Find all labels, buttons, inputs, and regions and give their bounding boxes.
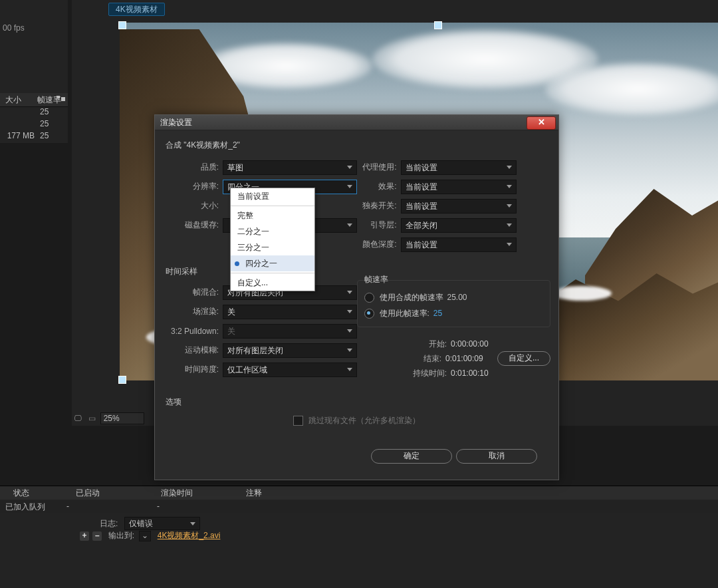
solo-select[interactable]: 当前设置 (401, 199, 517, 214)
queue-row[interactable]: 已加入队列 - - (0, 501, 718, 513)
zoom-select[interactable]: 25% (100, 412, 144, 424)
tree-icon (57, 96, 65, 102)
col-size[interactable]: 大小 (5, 94, 21, 106)
use-comp-fps-radio[interactable]: 使用合成的帧速率25.00 (364, 289, 544, 305)
span-select[interactable]: 仅工作区域 (223, 363, 357, 377)
project-columns: 大小 帧速率 (0, 93, 68, 107)
effects-label: 效果: (357, 181, 401, 192)
close-button[interactable]: ✕ (527, 116, 556, 130)
dropdown-item[interactable]: 三分之一 (231, 239, 314, 255)
dropdown-item[interactable]: 当前设置 (231, 188, 314, 204)
proxy-select[interactable]: 当前设置 (401, 160, 517, 175)
guides-select[interactable]: 全部关闭 (401, 218, 517, 233)
start-value: 0:00:00:00 (451, 339, 499, 349)
motion-select[interactable]: 对所有图层关闭 (223, 343, 357, 358)
project-row[interactable]: 25 (0, 106, 68, 118)
handle-top-mid[interactable] (434, 21, 442, 29)
options-title: 选项 (166, 396, 550, 408)
field-label: 场渲染: (163, 306, 223, 317)
col-started[interactable]: 已启动 (76, 488, 100, 499)
pulldown-select: 关 (223, 324, 357, 339)
add-output-button[interactable]: + (80, 531, 89, 541)
quality-select[interactable]: 草图 (223, 160, 357, 175)
skip-existing-checkbox[interactable]: 跳过现有文件（允许多机渲染） (163, 413, 550, 428)
render-settings-dialog: 渲染设置 ✕ 合成 "4K视频素材_2" 品质:草图 分辨率:四分之一 大小: … (154, 114, 559, 480)
monitor-icon[interactable]: 🖵 (72, 414, 84, 423)
viewer-tab[interactable]: 4K视频素材 (108, 3, 165, 16)
col-comment[interactable]: 注释 (246, 488, 262, 499)
project-row[interactable]: 177 MB25 (0, 130, 68, 142)
guides-label: 引导层: (357, 220, 401, 231)
project-row[interactable]: 25 (0, 118, 68, 130)
end-value: 0:01:00:09 (445, 354, 493, 363)
frameblend-label: 帧混合: (163, 287, 223, 298)
depth-label: 颜色深度: (357, 239, 401, 250)
proxy-label: 代理使用: (357, 162, 401, 173)
solo-label: 独奏开关: (357, 200, 401, 212)
framerate-box: 帧速率 使用合成的帧速率25.00 使用此帧速率:25 (357, 280, 551, 327)
pulldown-label: 3:2 Pulldown: (163, 327, 223, 336)
composition-name: 合成 "4K视频素材_2" (166, 140, 550, 151)
field-select[interactable]: 关 (223, 305, 357, 319)
dialog-title: 渲染设置 (160, 117, 192, 128)
handle-bottom-left[interactable] (118, 376, 126, 384)
ok-button[interactable]: 确定 (371, 449, 452, 464)
dropdown-item-selected[interactable]: 四分之一 (231, 255, 314, 271)
end-label: 结束: (423, 353, 441, 365)
span-label: 时间跨度: (163, 364, 223, 375)
resolution-dropdown: 当前设置 完整 二分之一 三分之一 四分之一 自定义... (230, 188, 315, 291)
size-label: 大小: (163, 200, 223, 212)
fps-value-input[interactable]: 25 (433, 309, 442, 318)
start-label: 开始: (429, 339, 447, 350)
dialog-titlebar[interactable]: 渲染设置 ✕ (155, 115, 558, 130)
cache-label: 磁盘缓存: (163, 220, 223, 231)
fps-readout: 00 fps (3, 23, 25, 33)
cancel-button[interactable]: 取消 (456, 449, 537, 464)
dropdown-item[interactable]: 自定义... (231, 275, 314, 291)
output-chevron-icon[interactable]: ⌄ (139, 531, 151, 541)
duration-value: 0:01:00:10 (451, 368, 499, 378)
remove-output-button[interactable]: – (92, 531, 102, 541)
log-select[interactable]: 仅错误 (124, 517, 200, 530)
motion-label: 运动模糊: (163, 345, 223, 356)
resolution-label: 分辨率: (163, 181, 223, 192)
handle-top-left[interactable] (118, 21, 126, 29)
output-label: 输出到: (108, 531, 134, 540)
display-icon[interactable]: ▭ (86, 414, 98, 423)
log-label: 日志: (100, 519, 118, 528)
depth-select[interactable]: 当前设置 (401, 237, 517, 252)
use-this-fps-radio[interactable]: 使用此帧速率:25 (364, 305, 544, 321)
checkbox-icon (293, 416, 303, 426)
dropdown-item[interactable]: 二分之一 (231, 223, 314, 239)
duration-label: 持续时间: (413, 368, 447, 379)
col-state[interactable]: 状态 (13, 488, 29, 499)
custom-time-button[interactable]: 自定义... (497, 351, 550, 366)
framerate-title: 帧速率 (364, 274, 544, 285)
output-file-link[interactable]: 4K视频素材_2.avi (158, 531, 221, 540)
dropdown-item[interactable]: 完整 (231, 208, 314, 223)
render-queue-panel: 状态 已启动 渲染时间 注释 已加入队列 - - 日志: 仅错误 + – 输出到… (0, 486, 718, 588)
project-panel: 00 fps 大小 帧速率 25 25 177 MB25 (0, 0, 68, 143)
effects-select[interactable]: 当前设置 (401, 180, 517, 194)
quality-label: 品质: (163, 162, 223, 173)
col-rendertime[interactable]: 渲染时间 (161, 488, 193, 499)
